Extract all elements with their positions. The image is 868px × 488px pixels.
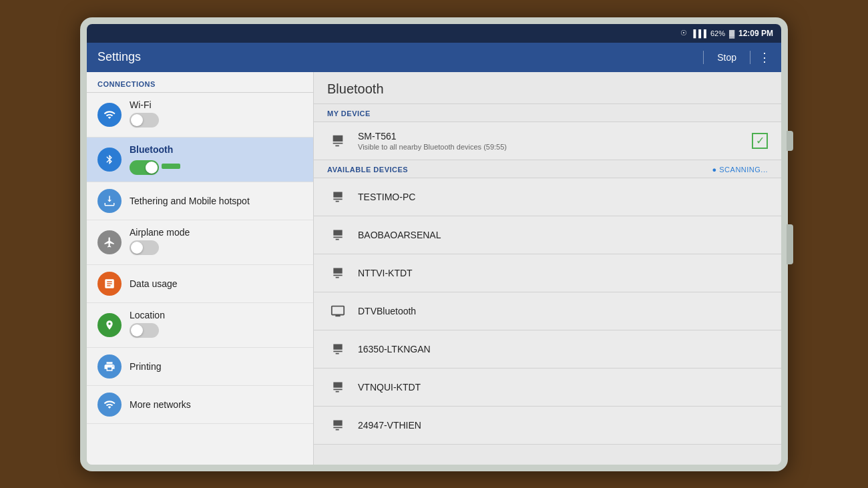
networks-label: More networks xyxy=(130,399,302,410)
sidebar-item-airplane[interactable]: Airplane mode xyxy=(87,220,313,265)
device-info-1: BAOBAOARSENAL xyxy=(358,230,768,240)
sidebar-item-networks[interactable]: More networks xyxy=(87,386,313,424)
device-info-0: TESTIMO-PC xyxy=(358,192,768,202)
device-name-0: TESTIMO-PC xyxy=(358,192,768,202)
sidebar-item-bluetooth[interactable]: Bluetooth xyxy=(87,138,313,182)
wifi-text: Wi-Fi xyxy=(130,99,302,130)
airplane-icon xyxy=(97,230,122,254)
stop-button[interactable]: Stop xyxy=(712,49,742,65)
location-toggle[interactable] xyxy=(130,323,159,338)
detail-header: Bluetooth xyxy=(314,72,781,104)
location-label: Location xyxy=(130,310,302,320)
detail-panel: Bluetooth MY DEVICE SM-T561 Visible to a… xyxy=(314,72,781,465)
my-device-checkbox[interactable]: ✓ xyxy=(752,133,768,149)
device-name-6: 24947-VTHIEN xyxy=(358,420,768,431)
data-label: Data usage xyxy=(130,278,302,289)
available-section-label: AVAILABLE DEVICES ● SCANNING... xyxy=(314,160,781,178)
divider xyxy=(703,51,704,64)
device-icon-3 xyxy=(327,300,349,322)
my-device-name: SM-T561 xyxy=(358,131,752,142)
device-name-5: VTNQUI-KTDT xyxy=(358,382,768,393)
bluetooth-text: Bluetooth xyxy=(130,144,302,175)
device-icon-5 xyxy=(327,377,349,398)
sidebar-item-data[interactable]: Data usage xyxy=(87,265,313,303)
signal-icon: ▐▐▐ xyxy=(691,29,706,37)
my-device-label: MY DEVICE xyxy=(327,109,371,117)
bt-icon xyxy=(97,148,122,172)
sidebar: CONNECTIONS Wi-Fi xyxy=(87,72,314,465)
device-frame: ☉ ▐▐▐ 62% ▓ 12:09 PM Settings Stop ⋮ CON… xyxy=(80,17,788,471)
side-button-top[interactable] xyxy=(787,131,793,151)
screen: ☉ ▐▐▐ 62% ▓ 12:09 PM Settings Stop ⋮ CON… xyxy=(87,24,781,465)
airplane-label: Airplane mode xyxy=(130,227,302,238)
app-title: Settings xyxy=(97,50,700,64)
tethering-text: Tethering and Mobile hotspot xyxy=(130,196,302,206)
device-name-2: NTTVI-KTDT xyxy=(358,268,768,278)
device-icon-0 xyxy=(327,186,349,208)
sidebar-item-wifi[interactable]: Wi-Fi xyxy=(87,93,313,138)
bluetooth-label: Bluetooth xyxy=(130,144,302,155)
my-device-section-label: MY DEVICE xyxy=(314,104,781,122)
device-info-6: 24947-VTHIEN xyxy=(358,420,768,431)
status-time: 12:09 PM xyxy=(738,29,773,38)
battery-indicator: 62% xyxy=(710,29,725,37)
sidebar-item-location[interactable]: Location xyxy=(87,303,313,348)
location-text: Location xyxy=(130,310,302,340)
device-name-4: 16350-LTKNGAN xyxy=(358,344,768,354)
device-row-1[interactable]: BAOBAOARSENAL xyxy=(314,216,781,254)
bluetooth-toggle[interactable] xyxy=(130,160,159,175)
device-info-4: 16350-LTKNGAN xyxy=(358,344,768,354)
networks-text: More networks xyxy=(130,399,302,410)
location-icon xyxy=(97,313,122,337)
printing-label: Printing xyxy=(130,361,302,372)
device-row-6[interactable]: 24947-VTHIEN xyxy=(314,407,781,445)
sidebar-section-header: CONNECTIONS xyxy=(87,72,313,93)
device-info-5: VTNQUI-KTDT xyxy=(358,382,768,393)
device-row-4[interactable]: 16350-LTKNGAN xyxy=(314,330,781,369)
scanning-label: ● SCANNING... xyxy=(712,166,768,174)
device-name-3: DTVBluetooth xyxy=(358,306,768,316)
divider2 xyxy=(750,51,750,64)
airplane-text: Airplane mode xyxy=(130,227,302,258)
device-row-0[interactable]: TESTIMO-PC xyxy=(314,178,781,216)
my-device-row[interactable]: SM-T561 Visible to all nearby Bluetooth … xyxy=(314,122,781,160)
data-icon xyxy=(97,272,122,296)
device-row-3[interactable]: DTVBluetooth xyxy=(314,292,781,330)
my-device-sub: Visible to all nearby Bluetooth devices … xyxy=(358,143,752,151)
top-actions: Stop ⋮ xyxy=(700,49,771,65)
networks-icon xyxy=(97,393,122,417)
data-text: Data usage xyxy=(130,278,302,289)
main-content: CONNECTIONS Wi-Fi xyxy=(87,72,781,465)
bt-toggle-area xyxy=(130,158,302,175)
device-icon-1 xyxy=(327,224,349,246)
airplane-toggle[interactable] xyxy=(130,240,159,255)
device-name-1: BAOBAOARSENAL xyxy=(358,230,768,240)
wifi-icon xyxy=(97,103,122,127)
side-button[interactable] xyxy=(787,224,793,264)
tether-icon xyxy=(97,189,122,213)
device-icon-4 xyxy=(327,338,349,360)
battery-icon: ▓ xyxy=(729,29,734,37)
device-icon-2 xyxy=(327,262,349,284)
device-row-5[interactable]: VTNQUI-KTDT xyxy=(314,369,781,407)
printing-icon xyxy=(97,354,122,379)
wifi-label: Wi-Fi xyxy=(130,99,302,110)
status-bar: ☉ ▐▐▐ 62% ▓ 12:09 PM xyxy=(87,24,781,43)
bluetooth-status-icon: ☉ xyxy=(680,29,687,37)
sidebar-item-printing[interactable]: Printing xyxy=(87,348,313,386)
tethering-label: Tethering and Mobile hotspot xyxy=(130,196,302,206)
top-bar: Settings Stop ⋮ xyxy=(87,43,781,72)
printing-text: Printing xyxy=(130,361,302,372)
device-icon-6 xyxy=(327,415,349,436)
wifi-toggle[interactable] xyxy=(130,113,159,128)
my-device-icon xyxy=(327,130,349,152)
device-info-3: DTVBluetooth xyxy=(358,306,768,316)
sidebar-item-tethering[interactable]: Tethering and Mobile hotspot xyxy=(87,182,313,220)
available-label: AVAILABLE DEVICES xyxy=(327,166,408,174)
my-device-info: SM-T561 Visible to all nearby Bluetooth … xyxy=(358,131,752,151)
device-info-2: NTTVI-KTDT xyxy=(358,268,768,278)
device-row-2[interactable]: NTTVI-KTDT xyxy=(314,254,781,292)
more-menu-icon[interactable]: ⋮ xyxy=(758,50,771,65)
detail-title: Bluetooth xyxy=(327,81,768,97)
bt-progress-bar xyxy=(162,164,180,169)
